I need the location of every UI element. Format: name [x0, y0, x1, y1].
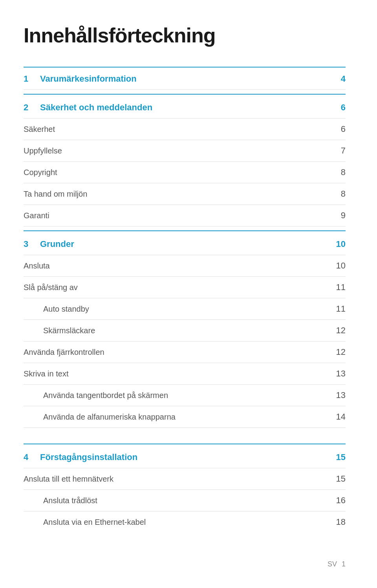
sub-skriva-in: Skriva in text [24, 369, 68, 378]
sub-ethernet: Ansluta via en Ethernet-kabel [24, 518, 146, 527]
toc-row-section-1: 1 Varumärkesinformation 4 [24, 68, 346, 90]
section-3-title: Grunder [40, 239, 74, 249]
sub-fjarkontroll: Använda fjärrkontrollen [24, 348, 104, 357]
sub-auto-standby-page: 11 [336, 304, 346, 314]
toc-row-alfanumeriska: Använda de alfanumeriska knapparna 14 [24, 406, 346, 428]
bottom-page-number: 1 [342, 560, 346, 568]
sub-ethernet-page: 18 [336, 517, 346, 527]
sub-copyright-page: 8 [341, 167, 346, 177]
page: Innehållsförteckning 1 Varumärkesinforma… [0, 0, 377, 588]
toc-row-sla-pa: Slå på/stäng av 11 [24, 277, 346, 298]
sub-sakerhet-page: 6 [341, 124, 346, 134]
toc-row-skriva-in: Skriva in text 13 [24, 363, 346, 385]
section-4-title: Förstagångsinstallation [40, 452, 137, 462]
toc-row-skarmslackare: Skärmsläckare 12 [24, 320, 346, 341]
section-1-num: 1 [24, 74, 33, 84]
section-1-title: Varumärkesinformation [40, 74, 137, 84]
sub-fjarkontroll-page: 12 [336, 347, 346, 357]
sub-uppfyllelse: Uppfyllelse [24, 146, 62, 155]
toc-row-tangentbordet: Använda tangentbordet på skärmen 13 [24, 385, 346, 406]
sub-tangentbordet: Använda tangentbordet på skärmen [24, 391, 168, 400]
sub-sakerhet: Säkerhet [24, 125, 55, 134]
sub-alfanumeriska-page: 14 [336, 412, 346, 422]
section-1-page: 4 [341, 74, 346, 84]
section-1-label: 1 Varumärkesinformation [24, 74, 137, 84]
section-2-num: 2 [24, 102, 33, 113]
toc-row-tradlost: Ansluta trådlöst 16 [24, 490, 346, 511]
sub-skarmslackare: Skärmsläckare [24, 326, 95, 335]
sub-ansluta-page: 10 [336, 261, 346, 271]
toc-row-section-3: 3 Grunder 10 [24, 231, 346, 255]
toc-row-section-4: 4 Förstagångsinstallation 15 [24, 444, 346, 468]
sub-copyright: Copyright [24, 168, 57, 177]
toc-row-copyright: Copyright 8 [24, 162, 346, 183]
toc-row-garanti: Garanti 9 [24, 205, 346, 226]
section-2-label: 2 Säkerhet och meddelanden [24, 102, 152, 113]
sub-garanti-page: 9 [341, 210, 346, 221]
section-2-title: Säkerhet och meddelanden [40, 102, 152, 113]
sub-tangentbordet-page: 13 [336, 390, 346, 400]
section-3-num: 3 [24, 239, 33, 249]
sub-miljon: Ta hand om miljön [24, 190, 87, 199]
bottom-language: SV [328, 560, 337, 568]
sub-garanti: Garanti [24, 211, 49, 220]
toc-row-auto-standby: Auto standby 11 [24, 298, 346, 320]
toc-row-sakerhet: Säkerhet 6 [24, 119, 346, 140]
bottom-bar: SV 1 [328, 560, 346, 568]
sub-alfanumeriska: Använda de alfanumeriska knapparna [24, 413, 176, 422]
section-4-label: 4 Förstagångsinstallation [24, 452, 137, 462]
toc-row-ansluta: Ansluta 10 [24, 255, 346, 277]
sub-ansluta-hemnat-page: 15 [336, 474, 346, 484]
section-3-label: 3 Grunder [24, 239, 74, 249]
sub-tradlost: Ansluta trådlöst [24, 496, 97, 505]
toc-row-miljon: Ta hand om miljön 8 [24, 183, 346, 205]
section-4-page: 15 [336, 452, 346, 462]
toc-row-ethernet: Ansluta via en Ethernet-kabel 18 [24, 511, 346, 533]
toc-row-fjarkontroll: Använda fjärrkontrollen 12 [24, 341, 346, 363]
sub-uppfyllelse-page: 7 [341, 146, 346, 156]
sub-skarmslackare-page: 12 [336, 325, 346, 336]
page-title: Innehållsförteckning [24, 24, 346, 47]
sub-auto-standby: Auto standby [24, 305, 89, 314]
sub-skriva-in-page: 13 [336, 369, 346, 379]
toc-row-section-2: 2 Säkerhet och meddelanden 6 [24, 95, 346, 119]
sub-tradlost-page: 16 [336, 495, 346, 506]
sub-sla-pa-page: 11 [336, 282, 346, 292]
sub-miljon-page: 8 [341, 189, 346, 199]
sub-sla-pa: Slå på/stäng av [24, 283, 78, 292]
sub-ansluta-hemnat: Ansluta till ett hemnätverk [24, 475, 113, 484]
section-2-page: 6 [341, 102, 346, 113]
toc-row-uppfyllelse: Uppfyllelse 7 [24, 140, 346, 162]
section-3-page: 10 [336, 239, 346, 249]
sub-ansluta: Ansluta [24, 261, 50, 270]
toc-row-ansluta-hemnät: Ansluta till ett hemnätverk 15 [24, 468, 346, 490]
section-4-num: 4 [24, 452, 33, 462]
toc-section: 1 Varumärkesinformation 4 2 Säkerhet och… [24, 68, 346, 533]
